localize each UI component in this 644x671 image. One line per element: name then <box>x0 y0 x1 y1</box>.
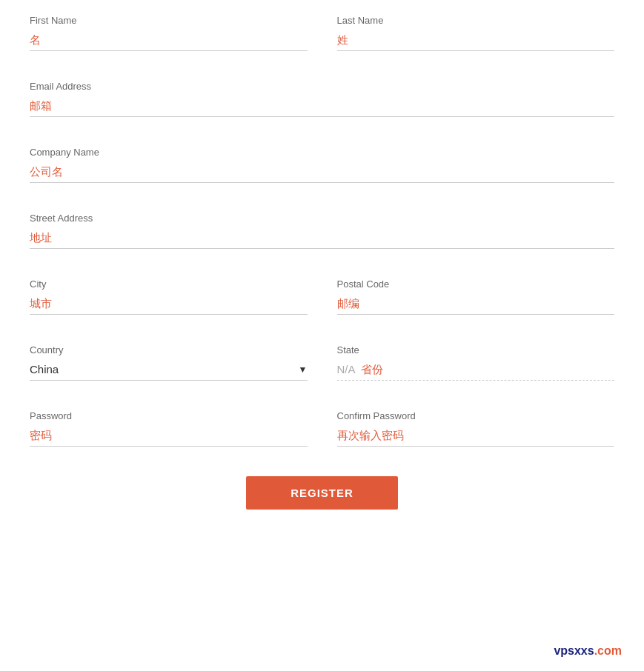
country-group: Country China United States United Kingd… <box>30 344 308 381</box>
watermark: vpsxxs.com <box>554 644 622 658</box>
state-wrapper: N/A 省份 <box>337 358 615 381</box>
confirm-password-label: Confirm Password <box>337 410 615 421</box>
city-group: City 城市 <box>30 278 308 315</box>
country-label: Country <box>30 344 308 355</box>
last-name-group: Last Name 姓 <box>337 15 615 51</box>
first-name-input[interactable] <box>30 29 308 51</box>
city-input[interactable] <box>30 293 308 315</box>
street-input[interactable] <box>30 227 614 249</box>
street-label: Street Address <box>30 213 614 224</box>
first-name-group: First Name 名 <box>30 15 308 51</box>
company-input[interactable] <box>30 161 614 183</box>
state-label: State <box>337 344 615 355</box>
email-group: Email Address 邮箱 <box>30 81 614 117</box>
street-group: Street Address 地址 <box>30 213 614 249</box>
state-input[interactable] <box>337 358 615 381</box>
city-label: City <box>30 278 308 290</box>
country-select-wrapper: China United States United Kingdom Japan… <box>30 358 308 381</box>
postal-label: Postal Code <box>337 278 615 290</box>
company-group: Company Name 公司名 <box>30 147 614 183</box>
watermark-red: .com <box>594 644 622 657</box>
company-row: Company Name 公司名 <box>30 147 614 183</box>
postal-input[interactable] <box>337 293 615 315</box>
postal-wrapper: 邮编 <box>337 293 615 315</box>
first-name-wrapper: 名 <box>30 29 308 51</box>
password-input[interactable] <box>30 424 308 447</box>
register-button[interactable]: REGISTER <box>246 476 398 510</box>
email-label: Email Address <box>30 81 614 92</box>
confirm-password-input[interactable] <box>337 424 615 447</box>
street-row: Street Address 地址 <box>30 213 614 249</box>
password-label: Password <box>30 410 308 421</box>
company-wrapper: 公司名 <box>30 161 614 183</box>
state-group: State N/A 省份 <box>337 344 615 381</box>
watermark-blue: vpsxxs <box>554 644 594 657</box>
password-row: Password 密码 Confirm Password 再次输入密码 <box>30 410 614 447</box>
email-row: Email Address 邮箱 <box>30 81 614 117</box>
street-wrapper: 地址 <box>30 227 614 249</box>
last-name-input[interactable] <box>337 29 615 51</box>
password-group: Password 密码 <box>30 410 308 447</box>
city-wrapper: 城市 <box>30 293 308 315</box>
password-wrapper: 密码 <box>30 424 308 447</box>
registration-form: First Name 名 Last Name 姓 Email Address 邮… <box>0 0 644 539</box>
email-input[interactable] <box>30 95 614 117</box>
country-state-row: Country China United States United Kingd… <box>30 344 614 381</box>
email-wrapper: 邮箱 <box>30 95 614 117</box>
last-name-label: Last Name <box>337 15 615 26</box>
name-row: First Name 名 Last Name 姓 <box>30 15 614 51</box>
postal-group: Postal Code 邮编 <box>337 278 615 315</box>
register-section: REGISTER <box>30 476 614 510</box>
country-select[interactable]: China United States United Kingdom Japan… <box>30 358 308 381</box>
confirm-password-wrapper: 再次输入密码 <box>337 424 615 447</box>
company-label: Company Name <box>30 147 614 158</box>
confirm-password-group: Confirm Password 再次输入密码 <box>337 410 615 447</box>
last-name-wrapper: 姓 <box>337 29 615 51</box>
first-name-label: First Name <box>30 15 308 26</box>
city-postal-row: City 城市 Postal Code 邮编 <box>30 278 614 315</box>
